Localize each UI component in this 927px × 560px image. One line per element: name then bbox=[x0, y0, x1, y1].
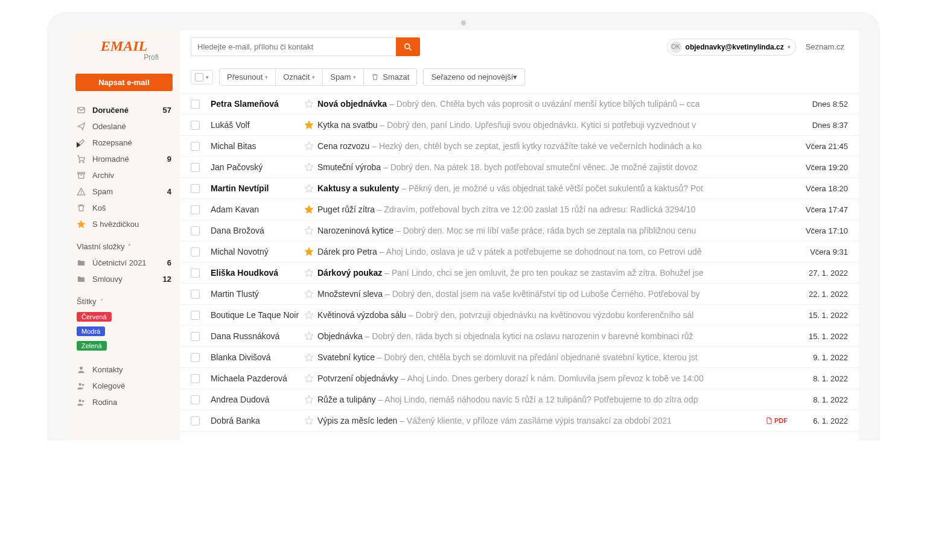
brand-link[interactable]: Seznam.cz bbox=[802, 42, 848, 51]
star-toggle[interactable] bbox=[304, 416, 317, 425]
tag[interactable]: Červená bbox=[77, 312, 112, 322]
sidebar-group[interactable]: Rodina bbox=[68, 394, 180, 410]
group-label: Kontakty bbox=[92, 365, 123, 374]
group-label: Kolegové bbox=[92, 381, 125, 390]
star-toggle[interactable] bbox=[304, 247, 317, 256]
email-row[interactable]: Blanka Divišová Svatební kytice – Dobrý … bbox=[180, 347, 859, 368]
star-toggle[interactable] bbox=[304, 205, 317, 214]
row-checkbox[interactable] bbox=[191, 290, 200, 299]
move-button[interactable]: Přesunout▾ bbox=[220, 69, 276, 85]
custom-folders-heading[interactable]: Vlastní složky ˄ bbox=[68, 232, 180, 255]
sidebar-group[interactable]: Kontakty bbox=[68, 361, 180, 378]
row-checkbox[interactable] bbox=[191, 142, 200, 151]
row-checkbox[interactable] bbox=[191, 395, 200, 404]
star-toggle[interactable] bbox=[304, 352, 317, 362]
subject: Kaktusy a sukulenty bbox=[317, 183, 399, 193]
sidebar-folder-hromadné[interactable]: Hromadné9 bbox=[68, 151, 180, 167]
row-checkbox[interactable] bbox=[191, 121, 200, 130]
people-icon bbox=[77, 398, 88, 407]
email-row[interactable]: Dana Brožová Narozeninová kytice – Dobrý… bbox=[180, 220, 859, 241]
star-toggle[interactable] bbox=[304, 162, 317, 172]
chevron-down-icon: ▾ bbox=[513, 72, 517, 81]
star-toggle[interactable] bbox=[304, 268, 317, 278]
row-checkbox[interactable] bbox=[191, 416, 200, 425]
row-checkbox[interactable] bbox=[191, 184, 200, 193]
email-row[interactable]: Martin Tlustý Množstevní sleva – Dobrý d… bbox=[180, 284, 859, 305]
sender: Michaela Pazderová bbox=[211, 374, 304, 383]
tags-heading[interactable]: Štítky ˄ bbox=[68, 287, 180, 310]
collapse-triangle-icon[interactable] bbox=[77, 142, 80, 148]
chevron-up-icon: ˄ bbox=[128, 243, 131, 250]
row-checkbox[interactable] bbox=[191, 353, 200, 362]
tag[interactable]: Modrá bbox=[77, 326, 105, 336]
star-toggle[interactable] bbox=[304, 120, 317, 130]
sidebar-folder-s hvězdičkou[interactable]: S hvězdičkou bbox=[68, 216, 180, 232]
row-checkbox[interactable] bbox=[191, 226, 200, 235]
search-button[interactable] bbox=[396, 37, 420, 56]
date: Dnes 8:37 bbox=[794, 121, 848, 130]
star-toggle[interactable] bbox=[304, 374, 317, 383]
star-toggle[interactable] bbox=[304, 141, 317, 151]
sender: Dana Russnáková bbox=[211, 331, 304, 341]
email-row[interactable]: Eliška Houdková Dárkový poukaz – Paní Li… bbox=[180, 262, 859, 284]
email-row[interactable]: Petra Slameňová Nová objednávka – Dobrý … bbox=[180, 94, 859, 115]
select-all-checkbox[interactable]: ▾ bbox=[191, 70, 213, 84]
email-row[interactable]: Dobrá Banka Výpis za měsíc leden – Vážen… bbox=[180, 410, 859, 431]
email-row[interactable]: Martin Nevtípil Kaktusy a sukulenty – Pě… bbox=[180, 178, 859, 199]
star-toggle[interactable] bbox=[304, 99, 317, 109]
sidebar-folder-rozepsané[interactable]: Rozepsané bbox=[68, 135, 180, 151]
row-checkbox[interactable] bbox=[191, 247, 200, 256]
email-row[interactable]: Adam Kavan Puget růží zítra – Zdravím, p… bbox=[180, 199, 859, 220]
search-input[interactable] bbox=[191, 37, 396, 56]
search-icon bbox=[403, 42, 413, 52]
email-row[interactable]: Jan Pačovský Smuteční výroba – Dobrý den… bbox=[180, 157, 859, 178]
logo: EMAIL Profi bbox=[68, 39, 180, 69]
mark-button[interactable]: Označit▾ bbox=[276, 69, 323, 85]
sidebar-custom-folder[interactable]: Smlouvy12 bbox=[68, 271, 180, 287]
sidebar-group[interactable]: Kolegové bbox=[68, 378, 180, 394]
row-checkbox[interactable] bbox=[191, 269, 200, 278]
star-toggle[interactable] bbox=[304, 395, 317, 404]
star-toggle[interactable] bbox=[304, 331, 317, 341]
sidebar-folder-spam[interactable]: Spam4 bbox=[68, 183, 180, 200]
star-toggle[interactable] bbox=[304, 289, 317, 299]
preview: – Zdravím, potřeboval bych zítra ve 12:0… bbox=[375, 205, 696, 214]
sidebar-custom-folder[interactable]: Účetnictví 20216 bbox=[68, 255, 180, 271]
main: OK objednavky@kvetinylinda.cz ▾ Seznam.c… bbox=[180, 30, 859, 441]
sidebar-folder-archiv[interactable]: Archiv bbox=[68, 167, 180, 183]
email-row[interactable]: Dana Russnáková Objednávka – Dobrý den, … bbox=[180, 326, 859, 347]
compose-button[interactable]: Napsat e-mail bbox=[75, 74, 173, 91]
email-content: Potvrzení objednávky – Ahoj Lindo. Dnes … bbox=[317, 374, 788, 383]
account-switcher[interactable]: OK objednavky@kvetinylinda.cz ▾ bbox=[667, 39, 796, 56]
date: 8. 1. 2022 bbox=[794, 374, 848, 383]
row-checkbox[interactable] bbox=[191, 311, 200, 320]
sidebar-folder-doručené[interactable]: Doručené57 bbox=[68, 102, 180, 118]
delete-button[interactable]: Smazat bbox=[364, 69, 416, 85]
star-toggle[interactable] bbox=[304, 183, 317, 193]
subject: Květinová výzdoba sálu bbox=[317, 310, 406, 320]
preview: – Dobrý den, chtěla bych se domluvit na … bbox=[375, 352, 698, 362]
row-checkbox[interactable] bbox=[191, 205, 200, 214]
email-content: Dárkový poukaz – Paní Lindo, chci se jen… bbox=[317, 268, 788, 278]
email-row[interactable]: Michal Novotný Dárek pro Petra – Ahoj Li… bbox=[180, 241, 859, 262]
date: Včera 17:10 bbox=[794, 226, 848, 235]
sidebar-folder-odeslané[interactable]: Odeslané bbox=[68, 118, 180, 135]
email-row[interactable]: Lukáš Volf Kytka na svatbu – Dobrý den, … bbox=[180, 115, 859, 136]
row-checkbox[interactable] bbox=[191, 100, 200, 109]
preview: – Hezký den, chtěl bych se zeptat, jestl… bbox=[369, 141, 701, 151]
tag[interactable]: Zelená bbox=[77, 341, 107, 351]
email-content: Svatební kytice – Dobrý den, chtěla bych… bbox=[317, 352, 788, 362]
email-row[interactable]: Boutique Le Taque Noir Květinová výzdoba… bbox=[180, 305, 859, 326]
row-checkbox[interactable] bbox=[191, 374, 200, 383]
star-toggle[interactable] bbox=[304, 310, 317, 320]
row-checkbox[interactable] bbox=[191, 332, 200, 341]
svg-point-13 bbox=[405, 43, 410, 48]
sidebar-folder-koš[interactable]: Koš bbox=[68, 200, 180, 216]
email-row[interactable]: Andrea Dudová Růže a tulipány – Ahoj Lin… bbox=[180, 389, 859, 410]
star-toggle[interactable] bbox=[304, 226, 317, 235]
email-row[interactable]: Michal Bitas Cena rozvozu – Hezký den, c… bbox=[180, 136, 859, 157]
email-row[interactable]: Michaela Pazderová Potvrzení objednávky … bbox=[180, 368, 859, 389]
sort-button[interactable]: Seřazeno od nejnovější▾ bbox=[423, 68, 525, 86]
row-checkbox[interactable] bbox=[191, 163, 200, 172]
spam-button[interactable]: Spam▾ bbox=[323, 69, 364, 85]
